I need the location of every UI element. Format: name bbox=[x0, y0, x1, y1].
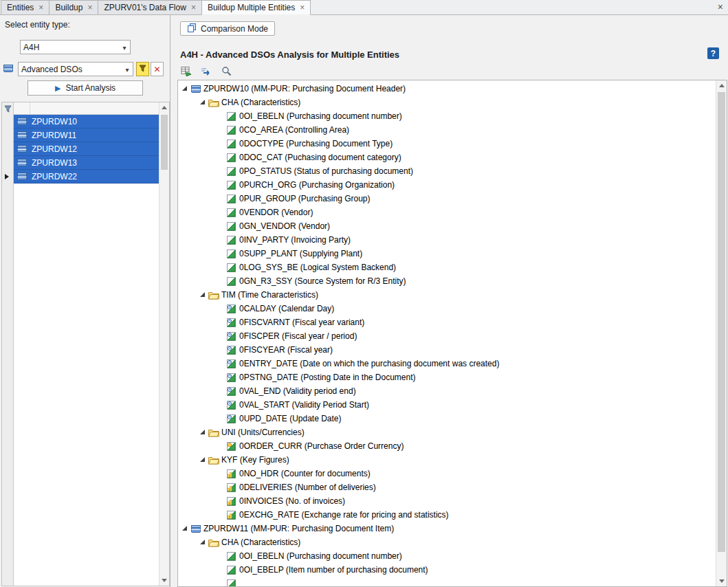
expander-icon[interactable] bbox=[199, 291, 207, 299]
tree-item-label: 0PO_STATUS (Status of purchasing documen… bbox=[239, 166, 413, 176]
tree-item[interactable]: 0OI_EBELN (Purchasing document number) bbox=[178, 549, 716, 563]
expander-icon bbox=[217, 208, 225, 217]
tree-item[interactable]: 0PURCH_ORG (Purchasing Organization) bbox=[178, 178, 716, 192]
expander-icon[interactable] bbox=[199, 98, 207, 107]
entity-list-scrollbar[interactable] bbox=[159, 102, 169, 586]
tree-item[interactable]: 0OI_EBELN (Purchasing document number) bbox=[178, 109, 716, 123]
tab-label: Buildup bbox=[55, 3, 82, 12]
tree-item[interactable]: 0PUR_GROUP (Purchasing Group) bbox=[178, 192, 716, 206]
tree-item[interactable]: ZPURDW10 (MM-PUR: Purchasing Document He… bbox=[178, 82, 716, 96]
expander-icon bbox=[217, 346, 225, 354]
transfer-icon[interactable] bbox=[199, 65, 213, 77]
close-icon[interactable]: × bbox=[191, 3, 196, 12]
list-item[interactable]: ZPURDW13 bbox=[14, 156, 159, 170]
close-icon[interactable]: × bbox=[300, 3, 305, 12]
tree-item[interactable]: 0EXCHG_RATE (Exchange rate for pricing a… bbox=[178, 508, 716, 522]
object-type-dropdown[interactable]: Advanced DSOs bbox=[18, 62, 133, 76]
tree-item[interactable]: 0PO_STATUS (Status of purchasing documen… bbox=[178, 164, 716, 178]
cha-icon bbox=[225, 222, 237, 231]
close-icon[interactable]: × bbox=[718, 2, 723, 12]
tree-item[interactable]: 0CALDAY (Calendar Day) bbox=[178, 302, 716, 315]
tree-item[interactable]: 0DOCTYPE (Purchasing Document Type) bbox=[178, 137, 716, 151]
tree-item[interactable]: 0ORDER_CURR (Purchase Order Currency) bbox=[178, 439, 716, 453]
tree-item[interactable]: 0INVOICES (No. of invoices) bbox=[178, 494, 716, 508]
tree-item[interactable]: 0INV_PARTY (Invoicing Party) bbox=[178, 233, 716, 247]
tree-item-label: TIM (Time Characteristics) bbox=[221, 290, 318, 300]
close-icon[interactable]: × bbox=[38, 3, 43, 12]
tree-item[interactable]: 0LOG_SYS_BE (Logical System Backend) bbox=[178, 261, 716, 274]
table-icon bbox=[14, 117, 30, 126]
tab-zpurv01-s-data-flow[interactable]: ZPURV01's Data Flow× bbox=[98, 0, 201, 14]
entity-grid-header[interactable] bbox=[14, 102, 159, 115]
tree-item[interactable]: 0DOC_CAT (Puchasing document category) bbox=[178, 151, 716, 164]
expander-icon[interactable] bbox=[199, 456, 207, 464]
entity-type-dropdown[interactable]: A4H bbox=[20, 40, 131, 54]
page-title: A4H - Advanced DSOs Analysis for Multipl… bbox=[180, 49, 399, 60]
list-item[interactable]: ZPURDW10 bbox=[14, 115, 159, 129]
tree-item[interactable]: 0FISCPER (Fiscal year / period) bbox=[178, 329, 716, 343]
tree-scrollbar[interactable] bbox=[716, 80, 727, 586]
tree-item[interactable]: 0OI_EBELP (Item number of purchasing doc… bbox=[178, 563, 716, 577]
tree-item[interactable]: KYF (Key Figures) bbox=[178, 453, 716, 467]
clear-filter-button[interactable] bbox=[151, 62, 164, 76]
tab-buildup-multiple-entities[interactable]: Buildup Multiple Entities× bbox=[201, 0, 311, 15]
tree-item[interactable]: 0GN_VENDOR (Vendor) bbox=[178, 219, 716, 233]
tree-item[interactable]: 0VAL_END (Validity period end) bbox=[178, 384, 716, 398]
tree-item[interactable] bbox=[178, 577, 716, 586]
scroll-down-icon[interactable] bbox=[716, 576, 727, 586]
icon-column-header[interactable] bbox=[14, 102, 30, 114]
start-analysis-button[interactable]: Start Analysis bbox=[27, 80, 143, 96]
tree-item-label: 0UPD_DATE (Update Date) bbox=[239, 414, 342, 423]
tree-item[interactable]: 0GN_R3_SSY (Source System for R/3 Entity… bbox=[178, 274, 716, 288]
scroll-up-icon[interactable] bbox=[159, 102, 169, 113]
tim-icon bbox=[225, 318, 237, 327]
tree-item[interactable]: 0FISCYEAR (Fiscal year) bbox=[178, 343, 716, 357]
comparison-mode-button[interactable]: Comparison Mode bbox=[180, 21, 275, 36]
list-item[interactable]: ZPURDW12 bbox=[14, 142, 159, 156]
tree-item[interactable]: CHA (Characteristics) bbox=[178, 96, 716, 109]
tree-item[interactable]: ZPURDW11 (MM-PUR: Purchasing Document It… bbox=[178, 522, 716, 535]
scrollbar-thumb[interactable] bbox=[161, 115, 168, 170]
close-icon[interactable]: × bbox=[87, 3, 92, 12]
table-icon bbox=[14, 172, 30, 181]
chevron-down-icon[interactable] bbox=[122, 65, 133, 74]
help-icon[interactable]: ? bbox=[707, 47, 719, 59]
tree-item[interactable]: UNI (Units/Currencies) bbox=[178, 425, 716, 439]
expander-icon bbox=[217, 222, 225, 230]
tree-item[interactable]: 0CO_AREA (Controlling Area) bbox=[178, 123, 716, 137]
tree-item[interactable]: 0PSTNG_DATE (Posting Date in the Documen… bbox=[178, 370, 716, 384]
scrollbar-thumb[interactable] bbox=[718, 92, 725, 552]
expander-icon[interactable] bbox=[199, 538, 207, 546]
scroll-down-icon[interactable] bbox=[159, 575, 169, 586]
tree-item[interactable]: TIM (Time Characteristics) bbox=[178, 288, 716, 302]
tree-item-label: 0ENTRY_DATE (Date on which the purchasin… bbox=[239, 359, 499, 368]
tree-item[interactable]: 0DELIVERIES (Number of deliveries) bbox=[178, 480, 716, 494]
export-icon[interactable] bbox=[179, 65, 193, 77]
tree-item[interactable]: 0NO_HDR (Counter for documents) bbox=[178, 467, 716, 480]
tab-entities[interactable]: Entities× bbox=[1, 0, 49, 14]
expander-icon[interactable] bbox=[199, 428, 207, 436]
tab-label: Entities bbox=[7, 3, 34, 12]
table-icon bbox=[14, 131, 30, 140]
scroll-up-icon[interactable] bbox=[716, 80, 727, 91]
chevron-down-icon[interactable] bbox=[119, 43, 130, 52]
expander-icon[interactable] bbox=[181, 524, 189, 533]
tim-icon bbox=[225, 401, 237, 410]
list-item[interactable]: ZPURDW22 bbox=[14, 170, 159, 184]
expander-icon bbox=[217, 442, 225, 450]
left-panel: Select entity type: A4H Advanced DSOs St… bbox=[0, 15, 170, 587]
tree-item[interactable]: 0ENTRY_DATE (Date on which the purchasin… bbox=[178, 357, 716, 370]
tree-item[interactable]: 0VAL_START (Validity Period Start) bbox=[178, 398, 716, 412]
play-icon bbox=[55, 83, 60, 93]
tree-item[interactable]: 0SUPP_PLANT (Supplying Plant) bbox=[178, 247, 716, 261]
list-item[interactable]: ZPURDW11 bbox=[14, 129, 159, 142]
edit-filter-button[interactable] bbox=[136, 62, 149, 76]
tree-item[interactable]: 0VENDOR (Vendor) bbox=[178, 206, 716, 219]
tree-item[interactable]: 0UPD_DATE (Update Date) bbox=[178, 412, 716, 425]
tree-item[interactable]: CHA (Characteristics) bbox=[178, 535, 716, 549]
tree-item[interactable]: 0FISCVARNT (Fiscal year variant) bbox=[178, 315, 716, 329]
expander-icon[interactable] bbox=[181, 85, 189, 93]
tab-buildup[interactable]: Buildup× bbox=[49, 0, 98, 14]
zoom-icon[interactable] bbox=[219, 65, 233, 77]
filter-row-icon[interactable] bbox=[4, 105, 12, 115]
